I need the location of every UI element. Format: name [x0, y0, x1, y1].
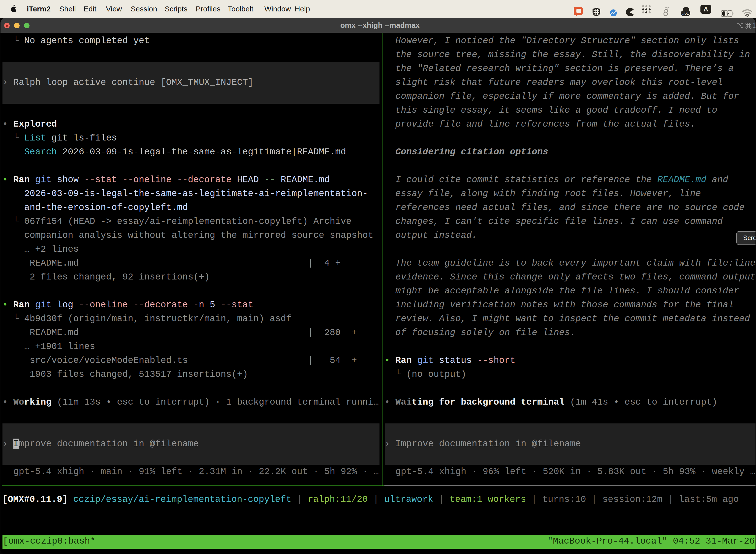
- svg-text:..61: ..61: [682, 11, 689, 15]
